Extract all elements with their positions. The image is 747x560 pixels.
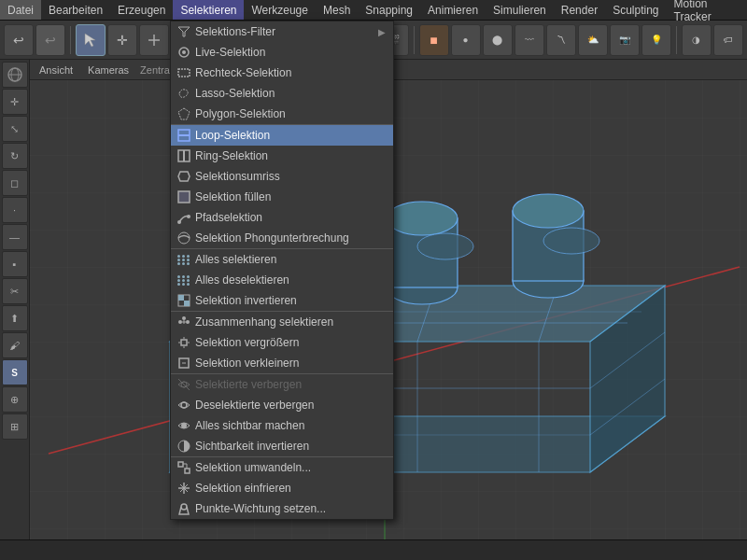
svg-marker-42 bbox=[178, 108, 190, 119]
svg-point-55 bbox=[178, 320, 182, 324]
cylinder-add-button[interactable]: ⬤ bbox=[483, 24, 513, 56]
menu-section-4: Zusammenhang selektieren Selektion vergr… bbox=[171, 312, 393, 374]
redo-button[interactable]: ↩ bbox=[35, 24, 65, 56]
tag-button[interactable]: 🏷 bbox=[713, 24, 743, 56]
menu-item-pfadselektion[interactable]: Pfadselektion bbox=[171, 207, 393, 228]
hide-icon bbox=[176, 377, 191, 392]
sidebar-extrude-btn[interactable]: ⬆ bbox=[2, 305, 28, 331]
svg-marker-47 bbox=[178, 172, 190, 181]
menu-selektieren[interactable]: Selektieren bbox=[173, 0, 244, 20]
sidebar-btn-1[interactable] bbox=[2, 62, 28, 88]
menu-datei[interactable]: Datei bbox=[0, 0, 41, 20]
menu-item-loop-selektion[interactable]: Loop-Selektion bbox=[171, 125, 393, 146]
menu-item-lasso-selektion[interactable]: Lasso-Selektion bbox=[171, 83, 393, 104]
camera-button[interactable]: 📷 bbox=[610, 24, 640, 56]
menu-item-selektion-fuellen[interactable]: Selektion füllen bbox=[171, 187, 393, 207]
material-button[interactable]: ◑ bbox=[682, 24, 712, 56]
svg-point-70 bbox=[181, 423, 187, 428]
hide2-icon bbox=[176, 398, 191, 413]
scale-tool-button[interactable] bbox=[139, 24, 169, 56]
select-tool-button[interactable] bbox=[76, 24, 106, 56]
menu-motion-tracker[interactable]: Motion Tracker bbox=[667, 0, 748, 20]
svg-point-37 bbox=[543, 228, 599, 254]
sidebar-pts-btn[interactable]: · bbox=[2, 197, 28, 223]
sidebar-edge-btn[interactable]: — bbox=[2, 224, 28, 250]
menu-section-6: Selektion umwandeln... Selektion einfrie… bbox=[171, 457, 393, 519]
svg-point-34 bbox=[513, 194, 584, 228]
menu-item-alles-selektieren[interactable]: Alles selektieren bbox=[171, 249, 393, 270]
menu-animieren[interactable]: Animieren bbox=[420, 0, 486, 20]
invert-icon bbox=[176, 293, 191, 308]
menu-item-live-selektion[interactable]: Live-Selektion bbox=[171, 42, 393, 63]
light-button[interactable]: 💡 bbox=[641, 24, 671, 56]
menu-item-selektion-einfrieren[interactable]: Selektion einfrieren bbox=[171, 478, 393, 498]
menu-item-deselektierte-verbergen[interactable]: Deselektierte verbergen bbox=[171, 395, 393, 415]
svg-point-50 bbox=[187, 215, 190, 218]
menu-mesh[interactable]: Mesh bbox=[316, 0, 358, 20]
sidebar-move-btn[interactable]: ✛ bbox=[2, 89, 28, 115]
nurbs-add-button[interactable]: 〰 bbox=[514, 24, 544, 56]
menu-item-alles-sichtbar[interactable]: Alles sichtbar machen bbox=[171, 415, 393, 436]
svg-point-36 bbox=[417, 233, 473, 259]
undo-button[interactable]: ↩ bbox=[4, 24, 34, 56]
menu-item-selektierte-verbergen[interactable]: Selektierte verbergen bbox=[171, 374, 393, 395]
svg-point-56 bbox=[186, 320, 190, 324]
menu-section-1: Selektions-Filter ▶ Live-Selektion Recht… bbox=[171, 21, 393, 125]
menu-item-ring-selektion[interactable]: Ring-Selektion bbox=[171, 146, 393, 166]
sidebar-rotate-btn[interactable]: ↻ bbox=[2, 143, 28, 169]
sidebar-snap-btn[interactable]: ⊞ bbox=[2, 413, 28, 440]
menu-item-selektionsumriss[interactable]: Selektionsumriss bbox=[171, 166, 393, 187]
cube-add-button[interactable]: ■ bbox=[419, 24, 449, 56]
rect-icon bbox=[176, 65, 191, 80]
submenu-arrow: ▶ bbox=[378, 27, 386, 37]
sidebar-poly-btn[interactable]: ▪ bbox=[2, 251, 28, 277]
toolbar-separator-5 bbox=[676, 26, 677, 54]
select-all-icon bbox=[176, 252, 191, 267]
menu-item-selektion-invertieren[interactable]: Selektion invertieren bbox=[171, 290, 393, 311]
menu-erzeugen[interactable]: Erzeugen bbox=[110, 0, 173, 20]
svg-marker-38 bbox=[178, 27, 190, 36]
svg-rect-48 bbox=[178, 191, 190, 203]
sidebar-scale-btn[interactable]: ⤡ bbox=[2, 116, 28, 142]
menu-item-selektion-umwandeln[interactable]: Selektion umwandeln... bbox=[171, 457, 393, 478]
menu-snapping[interactable]: Snapping bbox=[358, 0, 420, 20]
sphere-add-button[interactable]: ● bbox=[451, 24, 481, 56]
menu-item-sichtbarkeit-invertieren[interactable]: Sichtbarkeit invertieren bbox=[171, 436, 393, 456]
menu-item-zusammenhang[interactable]: Zusammenhang selektieren bbox=[171, 312, 393, 332]
menu-item-polygon-selektion[interactable]: Polygon-Selektion bbox=[171, 104, 393, 124]
menu-item-verkleinern[interactable]: Selektion verkleinern bbox=[171, 353, 393, 373]
menu-item-rechteck-selektion[interactable]: Rechteck-Selektion bbox=[171, 63, 393, 83]
svg-rect-72 bbox=[178, 462, 183, 467]
toolbar-separator-4 bbox=[414, 26, 415, 54]
svg-marker-0 bbox=[85, 34, 95, 47]
left-sidebar: ✛ ⤡ ↻ ◻ · — ▪ ✂ ⬆ 🖌 S ⊕ ⊞ bbox=[0, 60, 30, 539]
svg-point-51 bbox=[178, 232, 190, 244]
camera-menu-btn[interactable]: Kameras bbox=[84, 63, 133, 77]
loop-icon bbox=[176, 128, 191, 143]
menu-item-selektions-filter[interactable]: Selektions-Filter ▶ bbox=[171, 21, 393, 42]
environment-button[interactable]: ⛅ bbox=[578, 24, 608, 56]
menu-bearbeiten[interactable]: Bearbeiten bbox=[41, 0, 110, 20]
move-tool-button[interactable]: ✛ bbox=[107, 24, 137, 56]
sidebar-knife-btn[interactable]: ✂ bbox=[2, 278, 28, 304]
menu-sculpting[interactable]: Sculpting bbox=[605, 0, 666, 20]
svg-line-68 bbox=[178, 379, 190, 390]
menu-item-punkte-wichtung[interactable]: Punkte-Wichtung setzen... bbox=[171, 498, 393, 519]
menu-werkzeuge[interactable]: Werkzeuge bbox=[244, 0, 315, 20]
sidebar-magnet-btn[interactable]: ⊕ bbox=[2, 386, 28, 413]
convert-icon bbox=[176, 460, 191, 475]
menu-simulieren[interactable]: Simulieren bbox=[486, 0, 554, 20]
deformer-button[interactable]: 〽 bbox=[546, 24, 576, 56]
menu-render[interactable]: Render bbox=[554, 0, 605, 20]
svg-rect-41 bbox=[178, 69, 190, 77]
sidebar-s-btn[interactable]: S bbox=[2, 359, 28, 385]
sidebar-brush-btn[interactable]: 🖌 bbox=[2, 332, 28, 358]
outline-icon bbox=[176, 169, 191, 184]
menu-item-vergroessern[interactable]: Selektion vergrößern bbox=[171, 332, 393, 353]
sidebar-obj-btn[interactable]: ◻ bbox=[2, 170, 28, 196]
dropdown-overlay: Selektions-Filter ▶ Live-Selektion Recht… bbox=[170, 21, 394, 520]
view-menu-btn[interactable]: Ansicht bbox=[35, 63, 77, 77]
menu-item-phong[interactable]: Selektion Phongunterbrechung bbox=[171, 228, 393, 248]
fill-icon bbox=[176, 189, 191, 204]
menu-item-alles-deselektieren[interactable]: Alles deselektieren bbox=[171, 270, 393, 290]
